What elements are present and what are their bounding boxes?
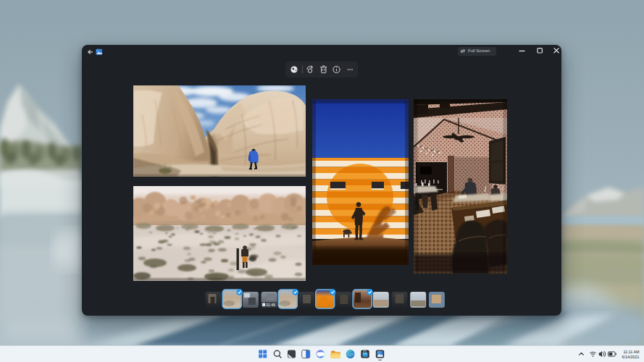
svg-text:01:46: 01:46 — [267, 303, 276, 307]
svg-text:11:11 AM: 11:11 AM — [624, 350, 640, 354]
svg-text:6/14/2021: 6/14/2021 — [622, 355, 640, 359]
